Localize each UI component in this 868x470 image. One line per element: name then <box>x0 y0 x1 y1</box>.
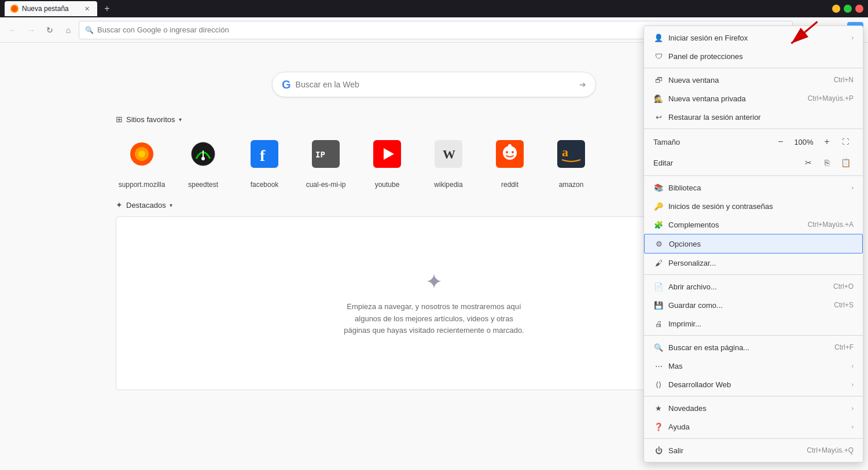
menu-label-restore-session: Restaurar la sesión anterior <box>668 113 854 122</box>
svg-text:W: W <box>443 147 455 161</box>
favorite-icon-cual-es-mi-ip: IP <box>303 131 349 177</box>
menu-separator <box>644 68 863 68</box>
menu-icon-logins: 🔑 <box>653 201 664 211</box>
menu-item-signin[interactable]: 👤Iniciar sesión en Firefox› <box>644 28 863 47</box>
menu-arrow-developer: › <box>852 381 854 388</box>
menu-separator <box>644 274 863 275</box>
menu-shortcut-salir: Ctrl+Mayús.+Q <box>807 446 854 454</box>
menu-item-private-window[interactable]: 🕵Nueva ventana privadaCtrl+Mayús.+P <box>644 89 863 108</box>
copy-button[interactable]: ⎘ <box>819 155 835 171</box>
menu-icon-developer: ⟨⟩ <box>653 379 664 390</box>
menu-label-signin: Iniciar sesión en Firefox <box>668 34 847 42</box>
reload-button[interactable]: ↻ <box>42 22 58 38</box>
menu-item-open-file[interactable]: 📄Abrir archivo...Ctrl+O <box>644 277 863 296</box>
search-icon: 🔍 <box>85 26 94 34</box>
favorite-item-cual-es-mi-ip[interactable]: IPcual-es-mi-ip <box>300 131 352 189</box>
menu-item-options[interactable]: ⚙Opciones <box>644 234 863 254</box>
favorite-item-wikipedia[interactable]: Wwikipedia <box>422 131 475 189</box>
favorite-item-facebook[interactable]: ffacebook <box>238 131 290 189</box>
favorite-icon-speedtest <box>180 131 226 177</box>
menu-item-addons[interactable]: 🧩ComplementosCtrl+Mayús.+A <box>644 215 863 234</box>
back-button[interactable]: ← <box>5 22 21 38</box>
favorite-icon-youtube <box>364 131 410 177</box>
zoom-out-button[interactable]: − <box>773 134 789 150</box>
svg-text:IP: IP <box>315 150 325 159</box>
tab-title: Nueva pestaña <box>22 5 79 13</box>
menu-shortcut-private-window: Ctrl+Mayús.+P <box>808 94 854 102</box>
destacados-header-label: Destacados <box>126 201 166 210</box>
menu-arrow-signin: › <box>852 35 854 41</box>
window-controls <box>832 5 863 13</box>
menu-label-ayuda: Ayuda <box>668 423 847 431</box>
menu-item-new-window[interactable]: 🗗Nueva ventanaCtrl+N <box>644 71 863 89</box>
menu-item-restore-session[interactable]: ↩Restaurar la sesión anterior <box>644 108 863 126</box>
menu-icon-protection-panel: 🛡 <box>653 51 664 61</box>
edit-row: Editar ✂ ⎘ 📋 <box>644 152 863 173</box>
menu-separator <box>644 128 863 129</box>
menu-item-print[interactable]: 🖨Imprimir... <box>644 314 863 333</box>
menu-label-library: Biblioteca <box>668 183 847 192</box>
menu-icon-options: ⚙ <box>654 238 664 249</box>
menu-icon-more: ⋯ <box>653 361 664 371</box>
menu-item-customize[interactable]: 🖌Personalizar... <box>644 254 863 272</box>
menu-label-private-window: Nueva ventana privada <box>668 94 803 103</box>
menu-separator <box>644 175 863 176</box>
google-search-input[interactable] <box>296 80 575 89</box>
favorite-item-support-mozilla[interactable]: support.mozilla <box>116 131 168 189</box>
menu-item-find-page[interactable]: 🔍Buscar en esta página...Ctrl+F <box>644 338 863 357</box>
close-button[interactable] <box>855 5 863 13</box>
menu-label-salir: Salir <box>668 446 802 455</box>
google-search-box[interactable]: G ➔ <box>272 72 596 97</box>
cut-button[interactable]: ✂ <box>800 155 816 171</box>
search-arrow-icon: ➔ <box>579 80 586 89</box>
menu-icon-novedades: ★ <box>653 403 664 413</box>
favorite-label-facebook: facebook <box>251 181 279 189</box>
menu-separator <box>644 396 863 396</box>
menu-item-developer[interactable]: ⟨⟩Desarrollador Web› <box>644 375 863 394</box>
zoom-in-button[interactable]: + <box>819 134 835 150</box>
svg-text:a: a <box>562 145 568 159</box>
menu-icon-open-file: 📄 <box>653 281 664 292</box>
svg-text:f: f <box>260 146 266 164</box>
menu-label-print: Imprimir... <box>668 320 854 328</box>
favorite-item-youtube[interactable]: youtube <box>361 131 413 189</box>
menu-arrow-library: › <box>852 185 854 191</box>
favorites-header-icon: ⊞ <box>116 115 123 124</box>
favorite-item-reddit[interactable]: reddit <box>484 131 536 189</box>
menu-item-salir[interactable]: ⏻SalirCtrl+Mayús.+Q <box>644 441 863 460</box>
tab-close-button[interactable]: ✕ <box>82 4 91 13</box>
menu-item-save-as[interactable]: 💾Guardar como...Ctrl+S <box>644 296 863 314</box>
zoom-value: 100% <box>791 138 816 146</box>
menu-item-protection-panel[interactable]: 🛡Panel de protecciones <box>644 47 863 65</box>
menu-label-customize: Personalizar... <box>668 259 854 267</box>
maximize-button[interactable] <box>844 5 852 13</box>
menu-label-protection-panel: Panel de protecciones <box>668 52 854 61</box>
paste-button[interactable]: 📋 <box>837 155 854 171</box>
active-tab[interactable]: Nueva pestaña ✕ <box>5 1 97 16</box>
new-tab-button[interactable]: + <box>100 1 115 16</box>
favorite-item-amazon[interactable]: aamazon <box>545 131 597 189</box>
menu-label-options: Opciones <box>669 240 853 248</box>
edit-label: Editar <box>653 159 798 167</box>
home-button[interactable]: ⌂ <box>60 22 76 38</box>
destacados-header-icon: ✦ <box>116 200 123 210</box>
forward-button[interactable]: → <box>23 22 39 38</box>
menu-shortcut-find-page: Ctrl+F <box>834 343 854 351</box>
zoom-expand-button[interactable]: ⛶ <box>837 134 854 150</box>
favorite-icon-wikipedia: W <box>425 131 472 177</box>
menu-icon-save-as: 💾 <box>653 300 664 310</box>
menu-item-library[interactable]: 📚Biblioteca› <box>644 178 863 197</box>
menu-item-ayuda[interactable]: ❓Ayuda› <box>644 417 863 436</box>
dropdown-menu: 👤Iniciar sesión en Firefox›🛡Panel de pro… <box>643 25 863 462</box>
menu-shortcut-open-file: Ctrl+O <box>833 282 854 291</box>
menu-shortcut-addons: Ctrl+Mayús.+A <box>808 221 854 229</box>
menu-item-novedades[interactable]: ★Novedades› <box>644 399 863 417</box>
favorite-label-amazon: amazon <box>559 181 584 189</box>
menu-separator <box>644 438 863 439</box>
minimize-button[interactable] <box>832 5 840 13</box>
zoom-row: Tamaño − 100% + ⛶ <box>644 131 863 152</box>
favorite-item-speedtest[interactable]: speedtest <box>177 131 229 189</box>
menu-item-logins[interactable]: 🔑Inicios de sesión y contraseñas <box>644 197 863 215</box>
svg-point-22 <box>506 151 508 153</box>
menu-item-more[interactable]: ⋯Mas› <box>644 357 863 375</box>
